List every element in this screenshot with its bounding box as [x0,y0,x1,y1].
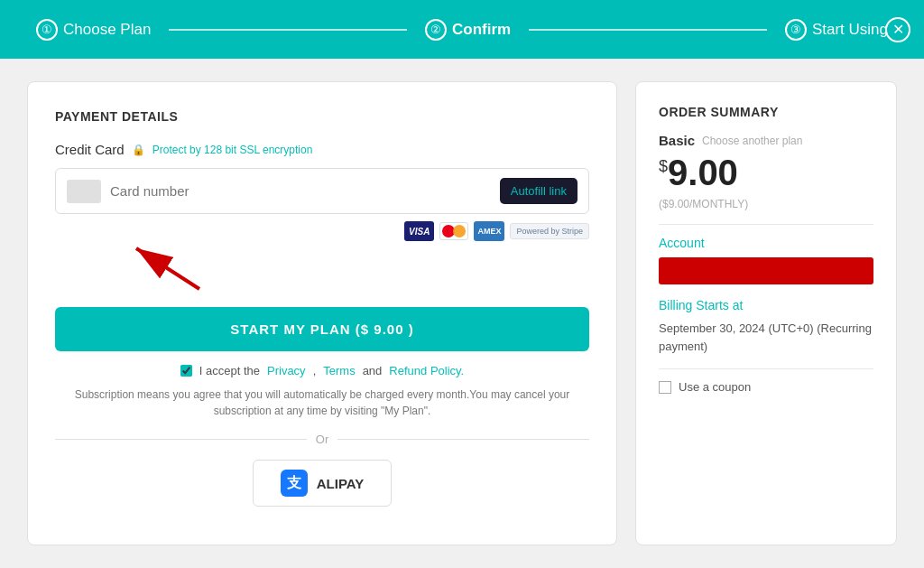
coupon-label: Use a coupon [679,380,751,394]
checkbox-row: I accept the Privacy , Terms and Refund … [55,364,589,377]
price-dollar: $ [659,157,668,176]
payment-panel: PAYMENT DETAILS Credit Card 🔒 Protect by… [27,81,617,545]
alipay-button[interactable]: 支 ALIPAY [253,460,393,507]
price-display: $9.00 [659,153,873,193]
terms-link[interactable]: Terms [323,364,355,377]
plan-change[interactable]: Choose another plan [702,135,802,147]
card-number-input[interactable] [110,183,291,199]
autofill-link: link [549,184,567,198]
billing-label: Billing Starts at [659,298,873,312]
visa-logo: VISA [404,221,434,241]
header: ① Choose Plan ② Confirm ③ Start Using ✕ [0,0,924,59]
arrow-container [55,253,589,298]
amex-logo: AMEX [474,221,504,241]
card-icon [67,180,101,203]
plan-name: Basic [659,133,695,148]
price-monthly: ($9.00/MONTHLY) [659,198,873,210]
step3-num: ③ [785,19,807,41]
step-line-1 [169,29,407,31]
card-input-wrapper[interactable]: Autofill link [55,168,589,214]
step-2: ② Confirm [425,19,511,41]
alipay-icon: 支 [281,470,308,497]
mastercard-logo [439,222,468,240]
checkbox-text: I accept the [199,364,260,377]
privacy-link[interactable]: Privacy [267,364,306,377]
billing-date: September 30, 2024 (UTC+0) (Recurring pa… [659,320,873,355]
card-input-left [67,180,291,203]
and-text: and [363,364,383,377]
step1-label: Choose Plan [63,21,151,39]
svg-line-1 [136,248,199,289]
subscription-note: Subscription means you agree that you wi… [55,386,589,419]
alipay-label: ALIPAY [317,476,365,491]
step3-label: Start Using [812,21,888,39]
payment-panel-title: PAYMENT DETAILS [55,109,589,124]
plan-row: Basic Choose another plan [659,133,873,148]
order-panel: ORDER SUMMARY Basic Choose another plan … [635,81,897,545]
accept-checkbox[interactable] [180,365,192,377]
step1-num: ① [36,19,58,41]
step2-label: Confirm [452,21,511,39]
refund-link[interactable]: Refund Policy. [389,364,464,377]
step2-num: ② [425,19,447,41]
account-label: Account [659,236,873,250]
account-bar [659,257,873,284]
comma-text: , [313,364,317,377]
order-panel-title: ORDER SUMMARY [659,105,873,119]
autofill-text: Autofill [511,184,546,198]
step-3: ③ Start Using [785,19,888,41]
close-button[interactable]: ✕ [885,17,910,42]
divider-1 [659,224,873,225]
coupon-checkbox[interactable] [659,381,671,394]
step-line-2 [529,29,767,31]
red-arrow-icon [127,239,208,293]
stripe-logo: Powered by Stripe [510,223,589,239]
start-plan-button[interactable]: START MY PLAN ($ 9.00 ) [55,307,589,351]
coupon-row: Use a coupon [659,380,873,394]
or-text: Or [316,433,328,446]
divider-or: Or [55,433,589,446]
step-1: ① Choose Plan [36,19,151,41]
lock-icon: 🔒 [132,144,145,156]
main-content: PAYMENT DETAILS Credit Card 🔒 Protect by… [0,59,924,568]
credit-card-label: Credit Card 🔒 Protect by 128 bit SSL enc… [55,142,589,157]
autofill-button[interactable]: Autofill link [500,178,578,204]
price-value: 9.00 [668,153,738,192]
credit-card-text: Credit Card [55,142,125,157]
divider-2 [659,368,873,369]
ssl-text: Protect by 128 bit SSL encryption [152,144,313,156]
